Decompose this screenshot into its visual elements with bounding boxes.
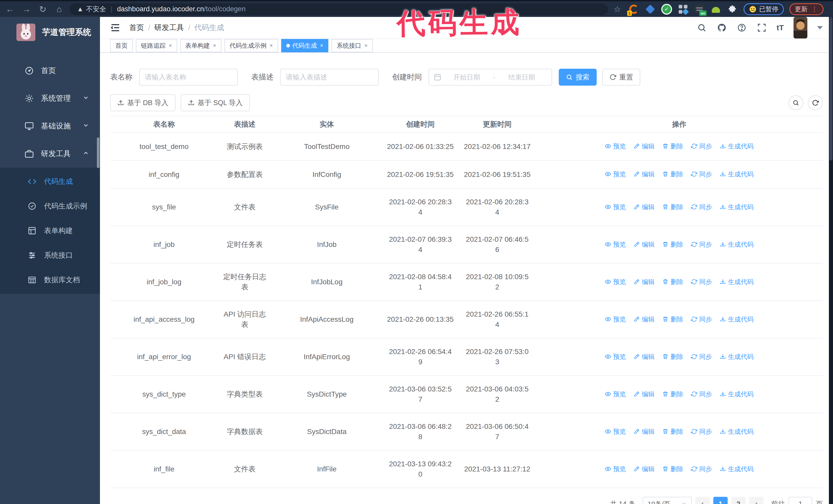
search-icon[interactable] — [697, 23, 707, 33]
close-icon[interactable]: × — [169, 42, 172, 49]
generate-code-link[interactable]: 生成代码 — [720, 389, 754, 399]
sync-link[interactable]: 同步 — [691, 352, 712, 362]
close-icon[interactable]: × — [270, 42, 273, 49]
extension-gem-icon[interactable] — [645, 4, 656, 15]
preview-link[interactable]: 预览 — [605, 239, 626, 249]
goto-page-input[interactable] — [789, 497, 812, 504]
edit-link[interactable]: 编辑 — [634, 426, 654, 437]
sync-link[interactable]: 同步 — [691, 239, 712, 249]
browser-scrollbar[interactable] — [829, 17, 833, 504]
breadcrumb-home[interactable]: 首页 — [129, 23, 144, 33]
delete-link[interactable]: 删除 — [662, 389, 683, 399]
paused-profile-badge[interactable]: 已暂停 — [743, 3, 784, 15]
reset-button[interactable]: 重置 — [602, 69, 640, 86]
edit-link[interactable]: 编辑 — [634, 314, 654, 324]
sidebar-item-form-builder[interactable]: 表单构建 — [0, 218, 100, 243]
sync-link[interactable]: 同步 — [691, 169, 712, 179]
sync-link[interactable]: 同步 — [691, 314, 712, 324]
edit-link[interactable]: 编辑 — [634, 239, 654, 249]
sidebar-item-infrastructure[interactable]: 基础设施 — [0, 112, 100, 140]
tab-system-api[interactable]: 系统接口× — [331, 39, 373, 52]
extension-c-icon[interactable]: 1 — [628, 4, 640, 15]
sync-link[interactable]: 同步 — [691, 426, 712, 437]
browser-menu-icon[interactable]: ⋮ — [811, 5, 818, 13]
sync-link[interactable]: 同步 — [691, 277, 712, 287]
table-desc-input[interactable] — [280, 69, 379, 86]
generate-code-link[interactable]: 生成代码 — [720, 202, 754, 212]
date-range-picker[interactable]: 开始日期 - 结束日期 — [429, 69, 552, 86]
extension-puzzle-icon[interactable] — [727, 4, 738, 15]
sidebar-item-home[interactable]: 首页 — [0, 57, 100, 85]
sidebar-item-system-management[interactable]: 系统管理 — [0, 85, 100, 112]
generate-code-link[interactable]: 生成代码 — [720, 141, 754, 151]
toggle-search-button[interactable] — [788, 95, 803, 110]
preview-link[interactable]: 预览 — [605, 277, 626, 287]
preview-link[interactable]: 预览 — [605, 314, 626, 324]
generate-code-link[interactable]: 生成代码 — [720, 352, 754, 362]
sidebar-item-database-docs[interactable]: 数据库文档 — [0, 268, 100, 292]
address-bar[interactable]: ▲ 不安全 | dashboard.yudao.iocoder.cn /tool… — [70, 3, 608, 15]
delete-link[interactable]: 删除 — [662, 314, 683, 324]
generate-code-link[interactable]: 生成代码 — [720, 426, 754, 437]
preview-link[interactable]: 预览 — [605, 426, 626, 437]
delete-link[interactable]: 删除 — [662, 426, 683, 437]
extension-robot-icon[interactable] — [710, 4, 721, 15]
update-button[interactable]: 更新 ⋮ — [789, 3, 824, 15]
search-button[interactable]: 搜索 — [559, 69, 597, 86]
delete-link[interactable]: 删除 — [662, 464, 683, 474]
edit-link[interactable]: 编辑 — [634, 277, 654, 287]
generate-code-link[interactable]: 生成代码 — [720, 464, 754, 474]
avatar-caret-icon[interactable] — [817, 26, 823, 29]
close-icon[interactable]: × — [364, 42, 367, 49]
help-icon[interactable] — [737, 23, 747, 33]
scrollbar-thumb[interactable] — [829, 17, 832, 161]
fullscreen-icon[interactable] — [757, 23, 767, 33]
avatar[interactable] — [793, 17, 807, 39]
table-name-input[interactable] — [139, 69, 238, 86]
page-size-select[interactable]: 10条/页 — [643, 497, 692, 504]
delete-link[interactable]: 删除 — [662, 277, 683, 287]
tab-codegen-example[interactable]: 代码生成示例× — [224, 39, 278, 52]
delete-link[interactable]: 删除 — [662, 169, 683, 179]
back-icon[interactable]: ← — [4, 3, 17, 15]
edit-link[interactable]: 编辑 — [634, 169, 654, 179]
tab-trace[interactable]: 链路追踪× — [136, 39, 177, 52]
extension-grid-icon[interactable] — [677, 4, 689, 15]
preview-link[interactable]: 预览 — [605, 464, 626, 474]
page-button-2[interactable]: 2 — [731, 497, 745, 504]
github-icon[interactable] — [717, 23, 727, 33]
refresh-table-button[interactable] — [808, 95, 823, 110]
sync-link[interactable]: 同步 — [691, 464, 712, 474]
edit-link[interactable]: 编辑 — [634, 352, 654, 362]
generate-code-link[interactable]: 生成代码 — [720, 277, 754, 287]
sidebar-item-system-api[interactable]: 系统接口 — [0, 243, 100, 268]
generate-code-link[interactable]: 生成代码 — [720, 314, 754, 324]
bookmark-star-icon[interactable]: ☆ — [614, 4, 621, 14]
tab-code-generation[interactable]: 代码生成× — [281, 39, 329, 52]
import-db-button[interactable]: 基于 DB 导入 — [110, 94, 175, 111]
sidebar-logo-row[interactable]: 芋道管理系统 — [0, 17, 100, 48]
edit-link[interactable]: 编辑 — [634, 202, 654, 212]
sync-link[interactable]: 同步 — [691, 141, 712, 151]
prev-page-button[interactable] — [695, 497, 710, 504]
extension-dark-icon[interactable]: on — [694, 4, 705, 15]
home-icon[interactable]: ⌂ — [53, 3, 66, 15]
sidebar-item-code-generation[interactable]: 代码生成 — [0, 169, 100, 194]
edit-link[interactable]: 编辑 — [634, 464, 654, 474]
sidebar-scrollbar[interactable] — [97, 137, 99, 168]
delete-link[interactable]: 删除 — [662, 239, 683, 249]
extension-check-icon[interactable]: ✓ — [661, 4, 672, 15]
font-size-icon[interactable]: tT — [777, 23, 784, 32]
generate-code-link[interactable]: 生成代码 — [720, 239, 754, 249]
preview-link[interactable]: 预览 — [605, 169, 626, 179]
delete-link[interactable]: 删除 — [662, 202, 683, 212]
close-icon[interactable]: × — [213, 42, 216, 49]
edit-link[interactable]: 编辑 — [634, 141, 654, 151]
tab-form-builder[interactable]: 表单构建× — [180, 39, 221, 52]
sync-link[interactable]: 同步 — [691, 389, 712, 399]
tab-home[interactable]: 首页 — [110, 39, 133, 52]
preview-link[interactable]: 预览 — [605, 352, 626, 362]
delete-link[interactable]: 删除 — [662, 352, 683, 362]
preview-link[interactable]: 预览 — [605, 141, 626, 151]
generate-code-link[interactable]: 生成代码 — [720, 169, 754, 179]
